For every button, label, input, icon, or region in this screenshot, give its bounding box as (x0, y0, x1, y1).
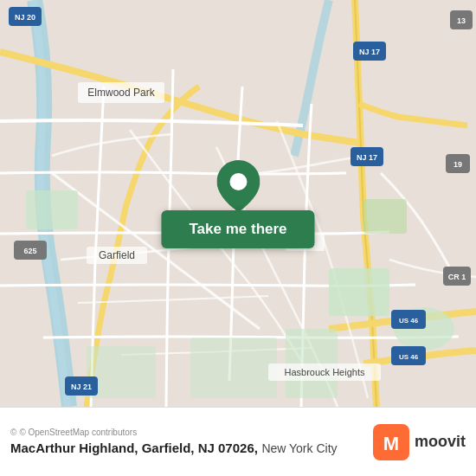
svg-text:13: 13 (457, 16, 466, 25)
svg-rect-1 (26, 190, 78, 229)
svg-rect-6 (190, 338, 277, 398)
svg-text:Hasbrouck Heights: Hasbrouck Heights (285, 367, 365, 377)
openstreetmap-credit: © © OpenStreetMap contributors (10, 428, 373, 437)
location-name: MacArthur Highland, Garfield, NJ 07026, (10, 441, 258, 455)
take-me-there-button[interactable]: Take me there (161, 210, 314, 248)
moovit-icon: M (373, 424, 409, 460)
svg-text:CR 1: CR 1 (448, 273, 466, 281)
svg-text:625: 625 (23, 247, 36, 255)
svg-text:US 46: US 46 (399, 353, 419, 361)
svg-rect-2 (329, 268, 389, 316)
map-pin-icon (216, 160, 260, 212)
info-bar: © © OpenStreetMap contributors MacArthur… (0, 407, 476, 476)
svg-text:NJ 17: NJ 17 (357, 153, 377, 162)
svg-text:19: 19 (453, 160, 462, 169)
credit-text: © OpenStreetMap contributors (19, 428, 137, 437)
moovit-text: moovit (415, 433, 466, 451)
svg-point-36 (229, 173, 247, 190)
info-left: © © OpenStreetMap contributors MacArthur… (10, 428, 373, 456)
svg-rect-3 (363, 199, 407, 234)
svg-text:M: M (383, 433, 399, 454)
svg-text:NJ 17: NJ 17 (359, 48, 380, 56)
svg-text:Garfield: Garfield (99, 249, 135, 261)
moovit-logo: M moovit (373, 424, 466, 460)
copyright-icon: © (10, 428, 16, 437)
location-city: New York City (261, 441, 337, 455)
svg-text:NJ 20: NJ 20 (15, 13, 35, 22)
svg-text:US 46: US 46 (399, 317, 419, 325)
svg-text:NJ 21: NJ 21 (71, 383, 92, 391)
svg-text:Elmwood Park: Elmwood Park (87, 87, 155, 99)
location-title: MacArthur Highland, Garfield, NJ 07026, … (10, 441, 373, 456)
map-container: Elmwood Park Garfield Lodi Hasbrouck Hei… (0, 0, 476, 407)
cta-button-container: Take me there (161, 160, 314, 248)
